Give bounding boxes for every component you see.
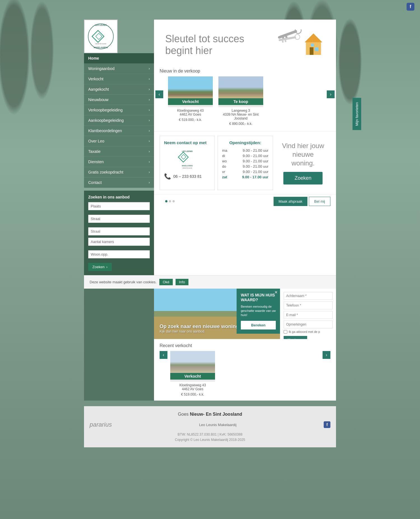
svg-rect-4: [96, 33, 102, 40]
footer-facebook-icon[interactable]: f: [324, 421, 330, 428]
footer-btw: BTW: NL8522.37.030.B01 | KvK: 56650388: [90, 432, 330, 436]
nav-label: Gratis zoekopdracht: [88, 170, 123, 174]
opening-row-zat: zat 9.00 - 17.00 uur: [222, 174, 268, 180]
bereken-button[interactable]: Bereken: [241, 321, 276, 329]
zoeken-button[interactable]: Zoeken: [283, 172, 323, 184]
nav-label: Verkocht: [88, 77, 103, 81]
chevron-right-icon: ›: [149, 67, 150, 71]
svg-rect-13: [284, 40, 286, 42]
nav-label: Over Leo: [88, 139, 104, 143]
footer-logos: pararius Leo Leunis Makelaardij f: [90, 421, 330, 428]
sidebar-item-verkoopbegeleiding[interactable]: Verkoopbegeleiding ›: [84, 105, 154, 115]
opening-title: Openingstijden:: [222, 140, 268, 145]
sidebar-item-gratis-zoekopdracht[interactable]: Gratis zoekopdracht ›: [84, 167, 154, 177]
place-select[interactable]: Plaats: [88, 202, 150, 210]
close-icon[interactable]: ✕: [274, 290, 278, 294]
sidebar-item-over-leo[interactable]: Over Leo ›: [84, 136, 154, 146]
nav-label: Diensten: [88, 160, 104, 164]
cookie-info-button[interactable]: Info: [176, 279, 188, 285]
info-row: Neem contact op met LEO LEUNIS MAKELAARD…: [154, 131, 336, 194]
footer: Goes Nieuw- En Sint Joosland pararius Le…: [84, 406, 336, 447]
chevron-right-icon: ›: [149, 181, 150, 184]
rooms-select[interactable]: Aantal kamers: [88, 238, 150, 246]
cookie-ok-button[interactable]: Oké: [159, 279, 173, 285]
field-image[interactable]: Op zoek naar een nieuwe woning? Kijk dan…: [154, 289, 336, 339]
checkbox-label: Ik ga akkoord met de p: [289, 330, 320, 333]
opening-row-do: do 9.00 - 21.00 uur: [222, 164, 268, 169]
recent-listing-card[interactable]: Verkocht Kloetingseweg 43 4462 AV Goes €…: [170, 351, 215, 396]
svg-text:sleutel tot succes: sleutel tot succes: [182, 167, 192, 169]
afspraak-button[interactable]: Maak afspraak: [274, 197, 307, 206]
phone-icon: 📞: [164, 173, 171, 180]
fav-tab[interactable]: Mijn favorieten: [353, 98, 361, 130]
opmerkingen-input[interactable]: [284, 321, 333, 328]
new-listings-section: Nieuw in de verkoop ‹ Verkocht: [154, 67, 336, 131]
carousel-dots: [160, 197, 180, 205]
bel-button[interactable]: Bel mij: [309, 197, 330, 206]
opening-row-di: di 9.00 - 21.00 uur: [222, 153, 268, 158]
recent-title: Recent verkocht: [160, 343, 330, 348]
sidebar-item-contact[interactable]: Contact ›: [84, 177, 154, 188]
sidebar-item-diensten[interactable]: Diensten ›: [84, 157, 154, 167]
sidebar-nav: Home Woningaanbod › Verkocht › Aangekoch…: [84, 53, 154, 188]
straal-input[interactable]: [88, 227, 150, 235]
facebook-icon-top[interactable]: f: [407, 3, 414, 11]
sidebar-item-aankoopbegeleiding[interactable]: Aankoopbegeleiding ›: [84, 115, 154, 126]
footer-company: Leo Leunis Makelaardij: [199, 423, 237, 427]
listing-address-2: Langeweg 3 4339 NA Nieuw- en Sint Joosla…: [218, 107, 263, 122]
footer-location: Goes Nieuw- En Sint Joosland: [90, 412, 330, 417]
sidebar-item-verkocht[interactable]: Verkocht ›: [84, 74, 154, 84]
house-worth-title: WAT IS MIJN HUIS WAARD?: [241, 293, 276, 302]
field-title: Op zoek naar een nieuwe woning?: [160, 324, 242, 329]
svg-rect-18: [311, 44, 314, 47]
recent-listing-image: Verkocht: [170, 351, 215, 382]
opening-row-vr: vr 9.00 - 21.00 uur: [222, 169, 268, 174]
svg-text:LEO LEUNIS: LEO LEUNIS: [95, 24, 107, 26]
telefoon-input[interactable]: [284, 301, 333, 309]
nav-label: Woningaanbod: [88, 66, 115, 71]
footer-location-bold: Nieuw- En Sint Joosland: [190, 412, 242, 417]
hero-title: Sleutel tot succes begint hier: [165, 33, 274, 57]
dot-2: [169, 200, 171, 202]
chevron-right-icon: ›: [149, 149, 150, 153]
submit-button[interactable]: Verstuur ›: [284, 336, 307, 339]
recent-prev-button[interactable]: ‹: [160, 351, 167, 359]
field-overlay-text: Op zoek naar een nieuwe woning? Kijk dan…: [160, 324, 242, 333]
contact-logo-svg: LEO LEUNIS MAKELAARDIJ sleutel tot succe…: [175, 149, 200, 170]
contact-form-panel: Ik ga akkoord met de p Verstuur › Privac…: [280, 289, 336, 339]
nav-label: Klantbeoordelingen: [88, 128, 122, 133]
sidebar-item-nieuwbouw[interactable]: Nieuwbouw ›: [84, 95, 154, 105]
sidebar-item-home[interactable]: Home: [84, 53, 154, 64]
field-subtitle: Kijk dan hier naar ons aanbod.: [160, 329, 242, 333]
street-select[interactable]: Straal: [88, 215, 150, 223]
hero-image: [274, 28, 325, 62]
recent-listing-address: Kloetingseweg 43 4462 AV Goes: [170, 382, 215, 392]
akkoord-checkbox[interactable]: [284, 330, 287, 334]
lower-section: Op zoek naar een nieuwe woning? Kijk dan…: [84, 289, 336, 401]
listing-card-1[interactable]: Verkocht Kloetingseweg 43 4462 AV Goes €…: [168, 76, 213, 122]
chevron-right-icon: ›: [149, 98, 150, 102]
opening-times-box: Openingstijden: ma 9.00 - 21.00 uur di 9…: [218, 136, 273, 190]
carousel-prev-button[interactable]: ‹: [155, 90, 163, 98]
listing-card-2[interactable]: Te koop Langeweg 3 4339 NA Nieuw- en Sin…: [218, 76, 263, 126]
chevron-right-icon: ›: [149, 170, 150, 174]
carousel-next-button[interactable]: ›: [327, 90, 335, 98]
sidebar-item-woningaanbod[interactable]: Woningaanbod ›: [84, 64, 154, 74]
recent-next-button[interactable]: ›: [323, 351, 330, 359]
sidebar-item-aangekocht[interactable]: Aangekocht ›: [84, 84, 154, 95]
dot-1: [165, 200, 167, 202]
email-input[interactable]: [284, 311, 333, 319]
opening-row-ma: ma 9.00 - 21.00 uur: [222, 148, 268, 153]
chevron-right-icon: ›: [149, 108, 150, 112]
area-select[interactable]: Woon.opp.: [88, 250, 150, 258]
search-button[interactable]: Zoeken ›: [88, 263, 112, 271]
contact-logo: LEO LEUNIS MAKELAARDIJ sleutel tot succe…: [173, 148, 201, 170]
sidebar-item-klantbeoordelingen[interactable]: Klantbeoordelingen ›: [84, 126, 154, 136]
achternaam-input[interactable]: [284, 292, 333, 300]
nav-label: Taxatie: [88, 149, 101, 154]
pararius-logo: pararius: [90, 421, 112, 428]
sidebar-item-taxatie[interactable]: Taxatie ›: [84, 146, 154, 157]
recent-listings: ‹ Verkocht Kloetingseweg 43: [160, 351, 330, 396]
chevron-right-icon: ›: [149, 118, 150, 122]
logo-svg: LEO LEUNIS MAKELAARDIJ sleutel tot succe…: [87, 22, 115, 50]
